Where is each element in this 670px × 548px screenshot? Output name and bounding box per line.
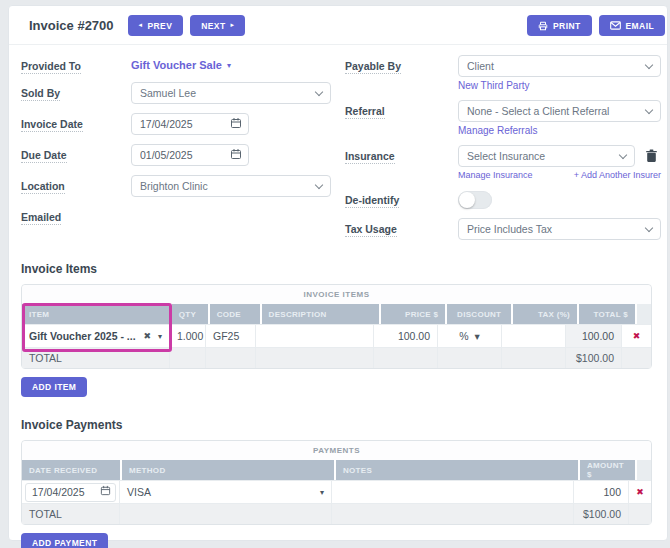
- col-header-price: PRICE $: [381, 304, 445, 324]
- chevron-down-icon: [315, 180, 323, 188]
- col-header-date-received: DATE RECEIVED: [22, 460, 120, 480]
- invoice-header-bar: Invoice #2700 ◂ PREV NEXT ▸ PRINT EMAIL: [9, 6, 667, 45]
- invoice-details-form: Provided To Gift Voucher Sale ▾ Sold By …: [21, 45, 661, 249]
- delete-insurance-trash-icon[interactable]: [641, 146, 661, 166]
- clear-item-icon[interactable]: ✖: [143, 331, 151, 341]
- chevron-down-icon: ▾: [475, 330, 480, 342]
- payments-total-label: TOTAL: [22, 504, 120, 524]
- manage-referrals-link[interactable]: Manage Referrals: [458, 125, 537, 136]
- tax-usage-label: Tax Usage: [345, 218, 458, 240]
- prev-button[interactable]: ◂ PREV: [128, 15, 184, 36]
- emailed-label: Emailed: [21, 206, 131, 223]
- col-header-total: TOTAL $: [579, 304, 635, 324]
- payable-by-select[interactable]: Client: [458, 55, 661, 77]
- provided-to-dropdown[interactable]: Gift Voucher Sale ▾: [131, 55, 231, 71]
- deidentify-label: De-identify: [345, 189, 458, 209]
- payments-total-value: $100.00: [574, 504, 629, 524]
- insurance-select[interactable]: Select Insurance: [458, 145, 635, 167]
- item-description-cell[interactable]: [256, 324, 374, 348]
- delete-item-row-icon[interactable]: ✖: [633, 331, 641, 341]
- payment-row: VISA ▾ 100 ✖: [22, 480, 651, 504]
- location-select[interactable]: Brighton Clinic: [131, 175, 331, 197]
- chevron-down-icon: ▾: [227, 61, 231, 70]
- invoice-items-table: INVOICE ITEMS ITEM QTY CODE DESCRIPTION …: [21, 284, 652, 369]
- page-title: Invoice #2700: [29, 18, 114, 33]
- col-header-notes: NOTES: [336, 460, 578, 480]
- item-qty-cell[interactable]: 1.000: [170, 324, 206, 348]
- next-button[interactable]: NEXT ▸: [190, 15, 245, 36]
- item-tax-cell[interactable]: [502, 324, 566, 348]
- col-header-method: METHOD: [122, 460, 334, 480]
- item-combobox[interactable]: Gift Voucher 2025 - ... ✖ ▾: [29, 330, 162, 342]
- chevron-down-icon: [645, 105, 653, 113]
- items-total-row: TOTAL $100.00: [22, 348, 651, 368]
- col-header-tax: TAX (%): [513, 304, 577, 324]
- invoice-date-label: Invoice Date: [21, 113, 131, 135]
- print-button[interactable]: PRINT: [527, 15, 592, 36]
- calendar-icon[interactable]: [100, 485, 111, 496]
- prev-arrow-icon: ◂: [139, 22, 143, 29]
- calendar-icon[interactable]: [230, 148, 242, 160]
- chevron-down-icon: [645, 223, 653, 231]
- location-label: Location: [21, 175, 131, 197]
- payment-notes-cell[interactable]: [332, 480, 574, 504]
- payable-by-label: Payable By: [345, 55, 458, 91]
- invoice-payments-heading: Invoice Payments: [21, 418, 661, 432]
- col-header-amount: AMOUNT $: [580, 460, 635, 480]
- insurance-label: Insurance: [345, 145, 458, 180]
- chevron-down-icon: [315, 87, 323, 95]
- envelope-icon: [610, 21, 621, 30]
- col-header-description: DESCRIPTION: [262, 304, 380, 324]
- payments-table-title: PAYMENTS: [22, 441, 651, 460]
- payments-table-header-row: DATE RECEIVED METHOD NOTES AMOUNT $: [22, 460, 651, 480]
- new-third-party-link[interactable]: New Third Party: [458, 80, 530, 91]
- tax-usage-select[interactable]: Price Includes Tax: [458, 218, 661, 240]
- item-code-cell[interactable]: GF25: [206, 324, 256, 348]
- calendar-icon[interactable]: [230, 117, 242, 129]
- next-arrow-icon: ▸: [231, 22, 235, 29]
- delete-payment-row-icon[interactable]: ✖: [636, 487, 644, 497]
- referral-label: Referral: [345, 100, 458, 136]
- chevron-down-icon: [619, 150, 627, 158]
- referral-select[interactable]: None - Select a Client Referral: [458, 100, 661, 122]
- item-discount-select[interactable]: %▾: [438, 324, 502, 348]
- chevron-down-icon[interactable]: ▾: [158, 332, 162, 341]
- payment-method-select[interactable]: VISA ▾: [120, 480, 332, 504]
- add-payment-button[interactable]: ADD PAYMENT: [21, 533, 108, 548]
- col-header-item: ITEM: [22, 304, 170, 324]
- payments-total-row: TOTAL $100.00: [22, 504, 651, 524]
- invoice-items-heading: Invoice Items: [21, 262, 661, 276]
- due-date-label: Due Date: [21, 144, 131, 166]
- payment-amount-cell[interactable]: 100: [574, 480, 629, 504]
- invoice-item-row: Gift Voucher 2025 - ... ✖ ▾ 1.000 GF25 1…: [22, 324, 651, 348]
- chevron-down-icon: [645, 60, 653, 68]
- item-price-cell[interactable]: 100.00: [374, 324, 438, 348]
- items-total-label: TOTAL: [22, 348, 170, 368]
- sold-by-select[interactable]: Samuel Lee: [131, 82, 331, 104]
- deidentify-toggle[interactable]: [458, 191, 492, 209]
- items-table-title: INVOICE ITEMS: [22, 285, 651, 304]
- col-header-discount: DISCOUNT: [447, 304, 511, 324]
- items-table-header-row: ITEM QTY CODE DESCRIPTION PRICE $ DISCOU…: [22, 304, 651, 324]
- manage-insurance-link[interactable]: Manage Insurance: [458, 170, 533, 180]
- col-header-qty: QTY: [172, 304, 208, 324]
- item-total-cell: 100.00: [566, 324, 622, 348]
- email-button[interactable]: EMAIL: [599, 15, 665, 36]
- add-item-button[interactable]: ADD ITEM: [21, 377, 87, 397]
- invoice-card: Invoice #2700 ◂ PREV NEXT ▸ PRINT EMAIL: [8, 5, 668, 541]
- provided-to-label: Provided To: [21, 55, 131, 73]
- add-another-insurer-link[interactable]: + Add Another Insurer: [574, 170, 661, 180]
- invoice-payments-table: PAYMENTS DATE RECEIVED METHOD NOTES AMOU…: [21, 440, 652, 525]
- chevron-down-icon: ▾: [320, 488, 324, 497]
- items-total-value: $100.00: [566, 348, 622, 368]
- col-header-code: CODE: [210, 304, 260, 324]
- printer-icon: [538, 21, 548, 31]
- sold-by-label: Sold By: [21, 82, 131, 104]
